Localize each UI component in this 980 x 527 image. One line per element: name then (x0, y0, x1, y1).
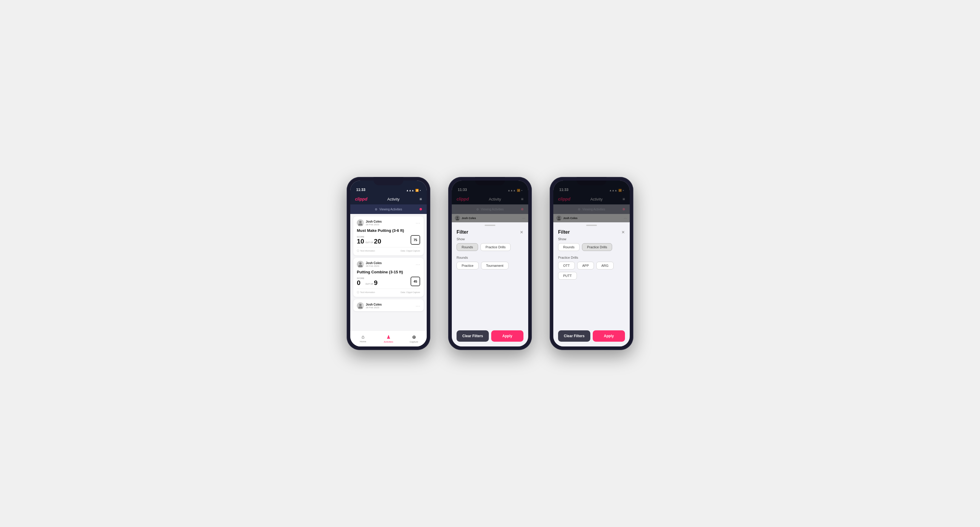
phone-1: 11:33 ▲▲▲ 📶 ▪ clippd Activity ≡ ⚙ Viewin… (347, 177, 430, 350)
filter-sheet-3: Filter ✕ Show Rounds Practice Drills Pra… (553, 222, 630, 346)
card-stats-1: Score 10 OUT OF 20 75 (357, 235, 420, 245)
card-title-2: Putting Combine (3-15 ft) (357, 270, 420, 274)
status-icons: ▲▲▲ 📶 ▪ (406, 189, 421, 192)
activity-card-2[interactable]: Josh Coles 28 Feb 2023 ··· Putting Combi… (353, 258, 424, 297)
user-name-2: Josh Coles (366, 262, 382, 265)
shot-quality-badge-2: 45 (410, 277, 420, 286)
show-pill-rounds-2[interactable]: Rounds (457, 243, 478, 251)
filter-overlay-3: Filter ✕ Show Rounds Practice Drills Pra… (553, 181, 630, 346)
menu-icon[interactable]: ≡ (420, 197, 422, 202)
nav-home[interactable]: ⌂ Home (350, 334, 375, 343)
clear-filters-btn-2[interactable]: Clear Filters (457, 330, 489, 342)
card-user-2: Josh Coles 28 Feb 2023 (357, 261, 382, 268)
drills-pill-ott-3[interactable]: OTT (558, 262, 575, 270)
viewing-bar-1[interactable]: ⚙ Viewing Activities (350, 205, 427, 214)
logo: clippd (355, 197, 367, 202)
nav-bar-1: clippd Activity ≡ (350, 194, 427, 205)
show-label-2: Show (457, 237, 523, 241)
shot-quality-val-1: 75 (414, 238, 417, 242)
rounds-pill-practice-2[interactable]: Practice (457, 262, 479, 270)
show-pill-rounds-3[interactable]: Rounds (558, 243, 579, 251)
avatar-2 (357, 261, 364, 268)
info-icon-1: ⓘ (357, 249, 359, 252)
user-info-2: Josh Coles 28 Feb 2023 (366, 262, 382, 267)
filter-body-2: Show Rounds Practice Drills Rounds Pract… (452, 237, 528, 327)
outof-group: OUT OF 20 (366, 238, 381, 245)
footer-right-text-1: Data: Clippd Capture (401, 250, 420, 252)
avatar-1 (357, 219, 364, 227)
filter-handle-3 (586, 225, 597, 226)
phones-container: 11:33 ▲▲▲ 📶 ▪ clippd Activity ≡ ⚙ Viewin… (347, 177, 633, 350)
shot-quality-val-2: 45 (414, 279, 417, 283)
outof-value: 20 (374, 238, 381, 245)
show-label-3: Show (558, 237, 625, 241)
filter-footer-2: Clear Filters Apply (452, 327, 528, 346)
user-name-3: Josh Coles (366, 303, 382, 306)
show-pills-2: Rounds Practice Drills (457, 243, 523, 251)
nav-capture[interactable]: ⊕ Capture (401, 334, 427, 343)
activities-icon: ♟ (387, 334, 391, 340)
activities-label: Activities (384, 340, 393, 343)
filter-footer-3: Clear Filters Apply (553, 327, 630, 346)
drills-pills-3: OTT APP ARG PUTT (558, 262, 625, 279)
more-dots-2[interactable]: ··· (416, 262, 420, 267)
phone-1-screen: 11:33 ▲▲▲ 📶 ▪ clippd Activity ≡ ⚙ Viewin… (350, 181, 427, 346)
overlay-dim-3 (553, 181, 630, 222)
score-group: Score 10 (357, 236, 364, 245)
more-dots-3[interactable]: ··· (416, 303, 420, 308)
outof-label-2: OUT OF (366, 283, 373, 285)
card-user-3: Josh Coles 28 Feb 2023 (357, 302, 382, 310)
settings-icon: ⚙ (375, 208, 377, 211)
notification-dot (420, 208, 422, 210)
activity-card-3[interactable]: Josh Coles 28 Feb 2023 ··· (353, 299, 424, 311)
score-value-2: 0 (357, 279, 364, 286)
phone-2: 11:33 ▲▲▲ 📶 ▪ clippd Activity ≡ ⚙ Viewin… (448, 177, 532, 350)
capture-label: Capture (410, 340, 418, 343)
filter-header-3: Filter ✕ (553, 228, 630, 237)
outof-group-2: OUT OF 9 (366, 279, 378, 286)
card-stats-2: Score 0 OUT OF 9 45 (357, 277, 420, 286)
capture-icon: ⊕ (412, 334, 416, 340)
drills-label-3: Practice Drills (558, 256, 625, 259)
filter-sheet-2: Filter ✕ Show Rounds Practice Drills Rou… (452, 222, 528, 346)
user-date-2: 28 Feb 2023 (366, 265, 382, 267)
card-footer-1: ⓘ Test Information Data: Clippd Capture (357, 247, 420, 252)
drills-pill-putt-3[interactable]: PUTT (558, 272, 577, 279)
user-info-1: Josh Coles 28 Feb 2023 (366, 220, 382, 226)
filter-title-3: Filter (558, 230, 570, 235)
user-info-3: Josh Coles 28 Feb 2023 (366, 303, 382, 309)
footer-right-text-2: Data: Clippd Capture (401, 291, 420, 293)
filter-close-3[interactable]: ✕ (621, 230, 625, 235)
bottom-nav-1: ⌂ Home ♟ Activities ⊕ Capture (350, 330, 427, 346)
activity-list: Josh Coles 28 Feb 2023 ··· Must Make Put… (350, 214, 427, 330)
card-header-2: Josh Coles 28 Feb 2023 ··· (357, 261, 420, 268)
shot-quality-badge-1: 75 (410, 235, 420, 245)
card-title-1: Must Make Putting (3-6 ft) (357, 228, 420, 233)
show-pill-drills-3[interactable]: Practice Drills (582, 243, 612, 251)
notch (374, 177, 403, 185)
apply-btn-2[interactable]: Apply (491, 330, 523, 342)
nav-activities[interactable]: ♟ Activities (375, 334, 401, 343)
more-dots-1[interactable]: ··· (416, 221, 420, 225)
drills-pill-arg-3[interactable]: ARG (596, 262, 614, 270)
outof-value-2: 9 (374, 279, 377, 286)
clear-filters-btn-3[interactable]: Clear Filters (558, 330, 590, 342)
show-pill-drills-2[interactable]: Practice Drills (480, 243, 511, 251)
filter-handle-2 (485, 225, 495, 226)
wifi-icon: 📶 (415, 189, 418, 192)
rounds-pills-2: Practice Tournament (457, 262, 523, 270)
card-user-1: Josh Coles 28 Feb 2023 (357, 219, 382, 227)
nav-title: Activity (387, 197, 399, 202)
activity-card-1[interactable]: Josh Coles 28 Feb 2023 ··· Must Make Put… (353, 216, 424, 256)
home-label: Home (360, 340, 366, 343)
footer-left-text-2: Test Information (360, 291, 375, 293)
battery-icon: ▪ (420, 189, 421, 192)
filter-close-2[interactable]: ✕ (520, 230, 523, 235)
score-value: 10 (357, 238, 364, 245)
drills-pill-app-3[interactable]: APP (577, 262, 594, 270)
apply-btn-3[interactable]: Apply (593, 330, 625, 342)
rounds-pill-tournament-2[interactable]: Tournament (481, 262, 509, 270)
card-footer-2: ⓘ Test Information Data: Clippd Capture (357, 289, 420, 294)
show-pills-3: Rounds Practice Drills (558, 243, 625, 251)
score-group-2: Score 0 (357, 277, 364, 286)
